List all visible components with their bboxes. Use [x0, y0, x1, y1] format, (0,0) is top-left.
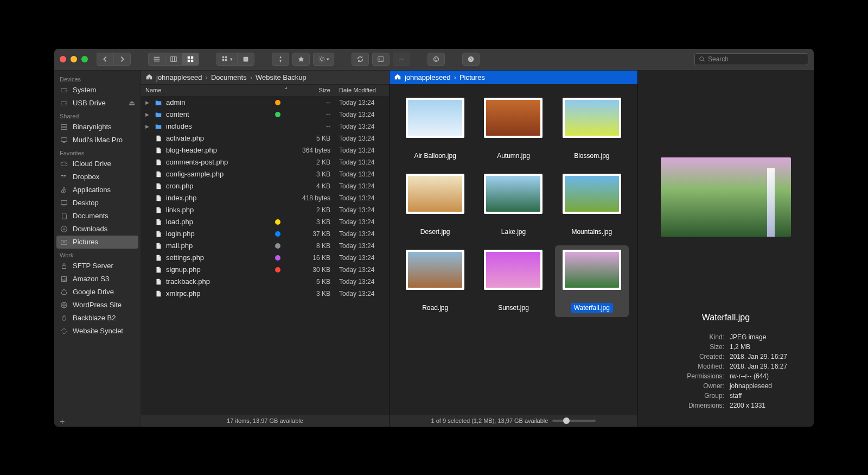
preview-image [661, 157, 791, 237]
thumbnail-image [563, 98, 621, 138]
file-size: 2 KB [291, 206, 335, 214]
thumbnail-item[interactable]: Autumn.jpg [476, 93, 550, 165]
breadcrumb-segment[interactable]: johnappleseed [405, 73, 451, 81]
file-icon [154, 230, 163, 238]
col-name-header[interactable]: Name ˄ [141, 87, 291, 94]
meta-value: johnappleseed [730, 382, 787, 390]
sidebar-item[interactable]: Backblaze B2 [54, 312, 141, 325]
file-row[interactable]: settings.php16 KBToday 13:24 [141, 252, 389, 264]
preview-metadata: Kind:JPEG imageSize:1,2 MBCreated:2018. … [665, 333, 787, 409]
breadcrumb-segment[interactable]: Website Backup [256, 73, 307, 81]
disclosure-triangle[interactable]: ▶ [145, 112, 151, 117]
sidebar-item[interactable]: Website Synclet [54, 325, 141, 338]
file-row[interactable]: activate.php5 KBToday 13:24 [141, 132, 389, 144]
cloud-icon [60, 160, 68, 168]
thumbnail-item[interactable]: Air Balloon.jpg [398, 93, 472, 165]
file-row[interactable]: xmlrpc.php3 KBToday 13:24 [141, 288, 389, 300]
hidden-files-button[interactable] [237, 53, 254, 66]
compare-button[interactable] [393, 53, 410, 66]
file-row[interactable]: ▶admin--Today 13:24 [141, 97, 389, 109]
file-name: blog-header.php [166, 146, 217, 154]
file-row[interactable]: comments-post.php2 KBToday 13:24 [141, 156, 389, 168]
sidebar-item[interactable]: USB Drive⏏ [54, 97, 141, 110]
quick-open-button[interactable] [272, 53, 289, 66]
meta-key: Owner: [665, 382, 724, 390]
file-row[interactable]: blog-header.php364 bytesToday 13:24 [141, 144, 389, 156]
sidebar-item[interactable]: SFTP Server [54, 259, 141, 273]
action-button[interactable]: ▾ [313, 53, 334, 66]
favorites-button[interactable] [292, 53, 310, 66]
disclosure-triangle[interactable]: ▶ [145, 100, 151, 105]
breadcrumb-segment[interactable]: Documents [211, 73, 247, 81]
terminal-button[interactable] [372, 53, 390, 66]
search-input[interactable]: Search [694, 53, 808, 65]
thumbnail-item[interactable]: Lake.jpg [476, 169, 550, 241]
sidebar-item[interactable]: Mudi's iMac Pro [54, 134, 141, 147]
file-icon [154, 254, 163, 262]
file-size: 418 bytes [291, 194, 335, 202]
breadcrumb-segment[interactable]: Pictures [459, 73, 485, 81]
tags-button[interactable] [427, 53, 445, 66]
file-row[interactable]: trackback.php5 KBToday 13:24 [141, 276, 389, 288]
file-row[interactable]: cron.php4 KBToday 13:24 [141, 180, 389, 192]
right-breadcrumb[interactable]: johnappleseed›Pictures [390, 71, 637, 85]
pictures-icon [60, 238, 68, 246]
thumbnail-item[interactable]: Desert.jpg [398, 169, 472, 241]
left-breadcrumb[interactable]: johnappleseed›Documents›Website Backup [141, 71, 389, 85]
sidebar-item[interactable]: Applications [54, 183, 141, 197]
file-icon [154, 265, 163, 274]
file-row[interactable]: links.php2 KBToday 13:24 [141, 204, 389, 216]
file-row[interactable]: index.php418 bytesToday 13:24 [141, 192, 389, 204]
file-name: activate.php [166, 134, 204, 142]
thumbnail-item[interactable]: Blossom.jpg [555, 93, 629, 165]
file-row[interactable]: config-sample.php3 KBToday 13:24 [141, 168, 389, 180]
sync-button[interactable] [352, 53, 369, 66]
window-controls [60, 56, 88, 62]
sidebar-item[interactable]: Desktop [54, 197, 141, 210]
sidebar-item[interactable]: WordPress Site [54, 299, 141, 312]
sidebar-item[interactable]: Google Drive [54, 286, 141, 299]
sidebar-item[interactable]: Documents [54, 210, 141, 223]
meta-key: Kind: [665, 333, 724, 341]
col-date-header[interactable]: Date Modified [335, 87, 389, 93]
thumbnail-item[interactable]: Road.jpg [398, 245, 472, 317]
column-view-button[interactable] [165, 53, 182, 66]
file-size: 4 KB [291, 182, 335, 190]
nav-buttons [97, 53, 131, 66]
activity-button[interactable] [462, 53, 480, 66]
sidebar-item[interactable]: System [54, 84, 141, 97]
thumbnail-item[interactable]: Waterfall.jpg [555, 245, 629, 317]
add-location-button[interactable]: + [54, 414, 141, 427]
sidebar-item[interactable]: iCloud Drive [54, 157, 141, 170]
list-view-button[interactable] [148, 53, 165, 66]
breadcrumb-segment[interactable]: johnappleseed [156, 73, 202, 81]
file-row[interactable]: ▶includes--Today 13:24 [141, 121, 389, 132]
minimize-button[interactable] [71, 56, 77, 62]
sidebar-item[interactable]: s3Amazon S3 [54, 273, 141, 286]
close-button[interactable] [60, 56, 66, 62]
thumbnail-item[interactable]: Sunset.jpg [476, 245, 550, 317]
file-row[interactable]: ▶content--Today 13:24 [141, 109, 389, 121]
file-name: comments-post.php [166, 158, 228, 166]
col-size-header[interactable]: Size [291, 87, 335, 93]
thumbnail-item[interactable]: Mountains.jpg [555, 169, 629, 241]
disclosure-triangle[interactable]: ▶ [145, 124, 151, 129]
file-date: Today 13:24 [335, 99, 389, 106]
forward-button[interactable] [113, 53, 131, 66]
file-row[interactable]: mail.php8 KBToday 13:24 [141, 240, 389, 252]
sidebar-item[interactable]: Downloads [54, 223, 141, 236]
back-button[interactable] [97, 53, 113, 66]
arrange-button[interactable]: ▾ [216, 53, 237, 66]
sidebar-item[interactable]: Pictures [56, 236, 138, 249]
sidebar-item[interactable]: Binarynights [54, 121, 141, 134]
zoom-button[interactable] [81, 56, 88, 62]
icon-size-slider[interactable] [552, 420, 596, 422]
icon-view-button[interactable] [182, 53, 199, 66]
file-row[interactable]: signup.php30 KBToday 13:24 [141, 264, 389, 276]
file-row[interactable]: login.php37 KBToday 13:24 [141, 228, 389, 240]
file-row[interactable]: load.php3 KBToday 13:24 [141, 216, 389, 228]
sidebar-item[interactable]: Dropbox [54, 170, 141, 183]
eject-icon[interactable]: ⏏ [129, 99, 135, 107]
svg-rect-13 [378, 57, 384, 62]
display-icon [60, 136, 68, 144]
